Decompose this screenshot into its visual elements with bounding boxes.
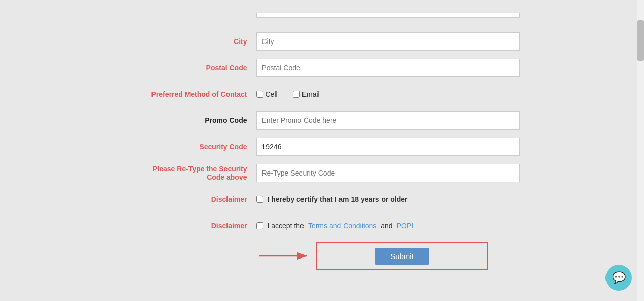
disclaimer2-text-mid: and — [381, 222, 392, 230]
promo-code-label: Promo Code — [8, 116, 256, 124]
disclaimer2-row: Disclaimer I accept the Terms and Condit… — [8, 216, 636, 236]
submit-button[interactable]: Submit — [375, 248, 429, 265]
submit-area: Submit — [256, 242, 488, 270]
disclaimer1-checkbox[interactable] — [256, 196, 263, 203]
contact-cell-label: Cell — [266, 90, 278, 98]
promo-code-input[interactable] — [256, 111, 520, 130]
red-arrow — [256, 247, 312, 265]
form-container: City Postal Code Preferred Method of Con… — [8, 0, 636, 281]
popi-link[interactable]: POPI — [397, 222, 413, 230]
scrollbar-thumb[interactable] — [637, 20, 644, 61]
contact-email-option[interactable]: Email — [293, 90, 320, 98]
contact-cell-option[interactable]: Cell — [256, 90, 278, 98]
contact-email-checkbox[interactable] — [293, 91, 300, 98]
disclaimer1-text: I hereby certify that I am 18 years or o… — [268, 195, 408, 203]
postal-code-label: Postal Code — [8, 64, 256, 72]
disclaimer1-row: Disclaimer I hereby certify that I am 18… — [8, 189, 636, 209]
disclaimer2-content: I accept the Terms and Conditions and PO… — [256, 222, 414, 230]
city-row: City — [8, 31, 636, 52]
disclaimer2-text-before: I accept the — [268, 222, 304, 230]
security-code-input[interactable] — [256, 138, 520, 156]
city-label: City — [8, 37, 256, 46]
disclaimer1-content: I hereby certify that I am 18 years or o… — [256, 195, 408, 203]
city-input[interactable] — [256, 32, 520, 51]
chat-bubble[interactable]: 💬 — [605, 265, 632, 291]
postal-code-input[interactable] — [256, 59, 520, 77]
promo-code-row: Promo Code — [8, 110, 636, 131]
scrollbar[interactable] — [637, 0, 644, 301]
disclaimer1-label: Disclaimer — [8, 195, 256, 203]
contact-email-label: Email — [302, 90, 320, 98]
disclaimer2-label: Disclaimer — [8, 222, 256, 230]
retype-security-input[interactable] — [256, 164, 520, 182]
submit-box: Submit — [316, 242, 488, 270]
retype-security-label: Please Re-Type the Security Code above — [8, 165, 256, 181]
disclaimer2-checkbox[interactable] — [256, 222, 263, 229]
top-partial-row — [8, 5, 636, 25]
arrow-svg — [256, 247, 312, 265]
contact-cell-checkbox[interactable] — [256, 91, 263, 98]
security-code-label: Security Code — [8, 143, 256, 151]
top-partial-input — [256, 13, 520, 18]
security-code-row: Security Code — [8, 137, 636, 157]
postal-code-row: Postal Code — [8, 58, 636, 78]
retype-security-row: Please Re-Type the Security Code above — [8, 163, 636, 183]
submit-row: Submit — [8, 242, 636, 270]
terms-conditions-link[interactable]: Terms and Conditions — [308, 222, 376, 230]
contact-label: Preferred Method of Contact — [8, 90, 256, 98]
contact-row: Preferred Method of Contact Cell Email — [8, 84, 636, 104]
contact-options: Cell Email — [256, 90, 320, 98]
chat-icon: 💬 — [612, 272, 626, 283]
